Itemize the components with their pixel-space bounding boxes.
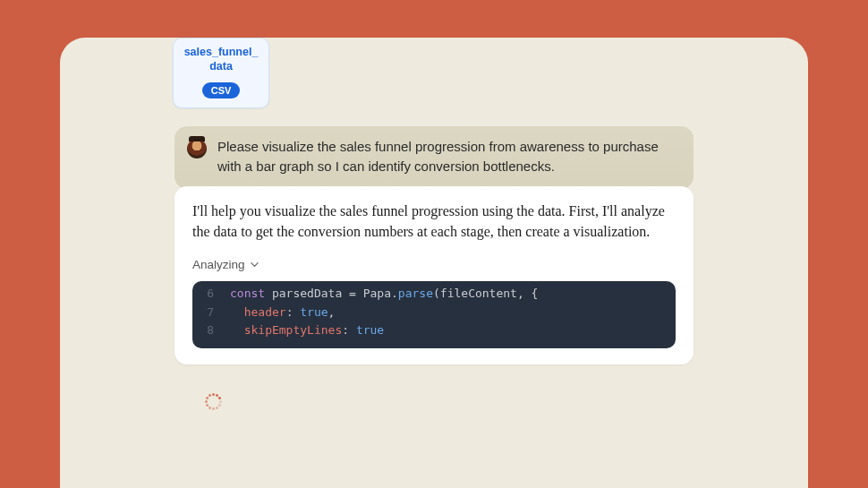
code-line: 7 header: true, [192, 304, 676, 321]
line-number: 6 [207, 285, 230, 303]
file-attachment-chip[interactable]: sales_funnel_data CSV [173, 38, 269, 108]
chevron-down-icon [250, 260, 260, 270]
line-number: 8 [207, 321, 230, 339]
analyzing-toggle[interactable]: Analyzing [192, 258, 260, 271]
assistant-message-text: I'll help you visualize the sales funnel… [192, 201, 676, 242]
code-content: header: true, [230, 304, 335, 321]
file-type-badge: CSV [202, 82, 241, 98]
user-message: Please visualize the sales funnel progre… [174, 126, 694, 189]
code-content: const parsedData = Papa.parse(fileConten… [230, 285, 538, 303]
analyzing-label: Analyzing [192, 258, 245, 271]
user-message-text: Please visualize the sales funnel progre… [217, 137, 677, 176]
code-line: 8 skipEmptyLines: true [192, 321, 676, 339]
avatar [187, 139, 207, 158]
code-line: 6const parsedData = Papa.parse(fileConte… [192, 285, 676, 303]
chat-panel: sales_funnel_data CSV Please visualize t… [60, 38, 808, 488]
assistant-message: I'll help you visualize the sales funnel… [174, 186, 694, 364]
code-content: skipEmptyLines: true [230, 321, 384, 339]
loading-spinner [203, 391, 221, 409]
code-block: 6const parsedData = Papa.parse(fileConte… [192, 281, 676, 347]
line-number: 7 [207, 304, 230, 321]
file-name: sales_funnel_data [181, 46, 261, 73]
